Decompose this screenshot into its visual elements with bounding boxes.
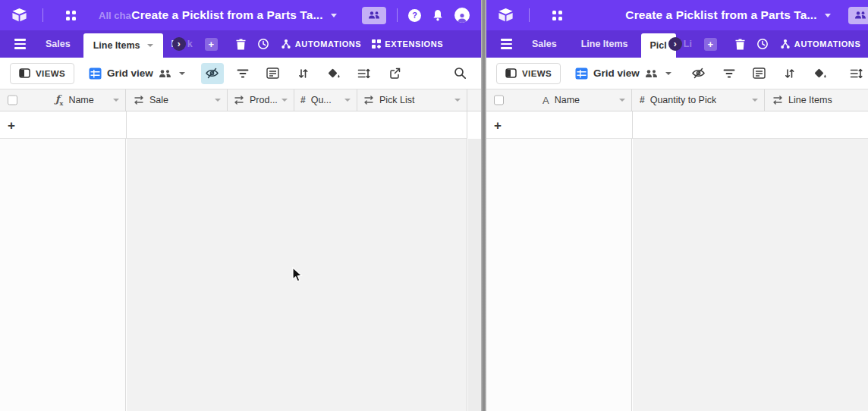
group-icon bbox=[266, 67, 279, 79]
tab-line-items-active[interactable]: Line Items bbox=[83, 33, 163, 58]
select-all-checkbox[interactable] bbox=[8, 96, 17, 105]
search-button[interactable] bbox=[454, 67, 467, 80]
sidebar-menu-icon[interactable] bbox=[501, 39, 512, 49]
column-name-label: Qu... bbox=[311, 95, 332, 105]
views-toggle-icon bbox=[505, 68, 517, 78]
right-table-header: A Name # Quantity to Pick Line Items bbox=[486, 89, 868, 111]
scroll-tabs-right-button[interactable]: › bbox=[668, 37, 682, 51]
views-label: VIEWS bbox=[522, 69, 552, 78]
column-header-product[interactable]: Prod... bbox=[228, 89, 294, 111]
column-caret-icon[interactable] bbox=[619, 99, 625, 102]
base-title-caret-icon[interactable] bbox=[825, 14, 831, 17]
column-caret-icon[interactable] bbox=[215, 99, 221, 102]
right-window: Create a Picklist from a Parts Ta... ? S… bbox=[486, 0, 868, 411]
scroll-tabs-right-button[interactable]: › bbox=[172, 37, 186, 51]
right-topbar: Create a Picklist from a Parts Ta... ? bbox=[486, 0, 868, 30]
gif-frame-divider bbox=[481, 0, 486, 411]
base-title-caret-icon[interactable] bbox=[331, 14, 337, 17]
add-record-row[interactable]: + bbox=[486, 111, 868, 139]
left-tab-bar: Sales Line Items P › k + AUTOMATIONS EXT… bbox=[0, 30, 481, 58]
views-label: VIEWS bbox=[36, 69, 65, 78]
column-header-line-items[interactable]: Line Items bbox=[765, 89, 868, 111]
add-record-plus-icon[interactable]: + bbox=[494, 118, 502, 131]
extensions-tab[interactable]: EXTENSIONS bbox=[372, 39, 443, 49]
column-header-quantity[interactable]: # Qu... bbox=[294, 89, 357, 111]
automations-tab[interactable]: AUTOMATIONS bbox=[281, 39, 361, 49]
column-header-quantity-to-pick[interactable]: # Quantity to Pick bbox=[632, 89, 765, 111]
color-button[interactable] bbox=[809, 63, 832, 84]
view-name: Grid view bbox=[593, 67, 640, 79]
view-dropdown-caret-icon[interactable] bbox=[665, 72, 671, 75]
linked-record-icon bbox=[234, 95, 244, 105]
trash-icon[interactable] bbox=[735, 39, 745, 50]
column-caret-icon[interactable] bbox=[454, 99, 461, 102]
column-name-label: Pick List bbox=[379, 95, 415, 105]
column-name-label: Name bbox=[555, 95, 580, 105]
sidebar-menu-icon[interactable] bbox=[14, 39, 26, 49]
grid-body[interactable] bbox=[633, 139, 868, 411]
column-caret-icon[interactable] bbox=[281, 99, 288, 102]
column-name-label: Name bbox=[68, 95, 93, 105]
tab-sales[interactable]: Sales bbox=[46, 39, 71, 49]
grid-body-frozen[interactable] bbox=[0, 139, 126, 411]
paint-bucket-icon bbox=[813, 67, 827, 80]
group-button[interactable] bbox=[748, 63, 771, 84]
column-header-name[interactable]: A Name bbox=[486, 89, 632, 111]
ghost-tab-text: k bbox=[187, 39, 193, 49]
column-name-label: Quantity to Pick bbox=[650, 95, 717, 105]
views-toggle-icon bbox=[19, 68, 30, 78]
extensions-label: EXTENSIONS bbox=[385, 39, 443, 49]
sort-button[interactable] bbox=[292, 63, 315, 84]
color-button[interactable] bbox=[322, 63, 345, 84]
automations-label: AUTOMATIONS bbox=[794, 39, 860, 49]
frozen-column-divider bbox=[126, 111, 127, 139]
view-name: Grid view bbox=[107, 67, 153, 79]
hide-fields-button[interactable] bbox=[201, 63, 224, 84]
automations-tab[interactable]: AUTOMATIONS bbox=[780, 39, 860, 49]
column-caret-icon[interactable] bbox=[752, 99, 758, 102]
share-view-button[interactable] bbox=[383, 63, 406, 84]
title-area: Create a Picklist from a Parts Ta... bbox=[486, 0, 868, 30]
column-header-pick-list[interactable]: Pick List bbox=[357, 89, 467, 111]
add-table-button[interactable]: + bbox=[704, 38, 717, 51]
history-icon[interactable] bbox=[756, 38, 769, 50]
trash-icon[interactable] bbox=[236, 39, 246, 50]
history-icon[interactable] bbox=[257, 38, 269, 50]
hide-fields-eye-icon bbox=[691, 67, 706, 80]
select-all-checkbox[interactable] bbox=[494, 96, 504, 105]
row-height-button[interactable] bbox=[353, 63, 376, 84]
right-view-toolbar: VIEWS Grid view bbox=[486, 58, 868, 89]
filter-icon bbox=[237, 68, 249, 79]
number-icon: # bbox=[640, 95, 645, 105]
tab-caret-icon[interactable] bbox=[147, 44, 153, 47]
views-sidebar-button[interactable]: VIEWS bbox=[10, 63, 74, 84]
column-header-name[interactable]: ƒx Name bbox=[0, 89, 126, 111]
column-caret-icon[interactable] bbox=[344, 99, 351, 102]
tab-sales[interactable]: Sales bbox=[532, 39, 557, 49]
column-caret-icon[interactable] bbox=[113, 99, 119, 102]
filter-button[interactable] bbox=[718, 63, 741, 84]
add-record-plus-icon[interactable]: + bbox=[8, 118, 15, 131]
tab-line-items[interactable]: Line Items bbox=[581, 39, 628, 49]
column-header-sale[interactable]: Sale bbox=[126, 89, 228, 111]
add-table-button[interactable]: + bbox=[205, 38, 218, 51]
search-icon bbox=[454, 67, 467, 80]
automations-label: AUTOMATIONS bbox=[295, 39, 361, 49]
view-dropdown-caret-icon[interactable] bbox=[179, 72, 185, 75]
filter-button[interactable] bbox=[231, 63, 254, 84]
row-height-icon bbox=[850, 68, 863, 79]
grid-outside-area bbox=[468, 139, 481, 411]
left-table-header: ƒx Name Sale Prod... # Qu... bbox=[0, 89, 481, 111]
base-title[interactable]: Create a Picklist from a Parts Ta... bbox=[131, 8, 322, 22]
group-button[interactable] bbox=[262, 63, 285, 84]
sort-button[interactable] bbox=[778, 63, 801, 84]
add-record-row[interactable]: + bbox=[0, 111, 467, 139]
row-height-button[interactable] bbox=[845, 63, 868, 84]
base-title[interactable]: Create a Picklist from a Parts Ta... bbox=[625, 8, 816, 22]
hide-fields-button[interactable] bbox=[687, 63, 710, 84]
grid-view-switcher[interactable]: Grid view bbox=[575, 67, 671, 80]
hide-fields-eye-icon bbox=[205, 67, 219, 80]
grid-body-frozen[interactable] bbox=[486, 139, 632, 411]
views-sidebar-button[interactable]: VIEWS bbox=[496, 63, 561, 84]
grid-view-switcher[interactable]: Grid view bbox=[89, 67, 185, 80]
